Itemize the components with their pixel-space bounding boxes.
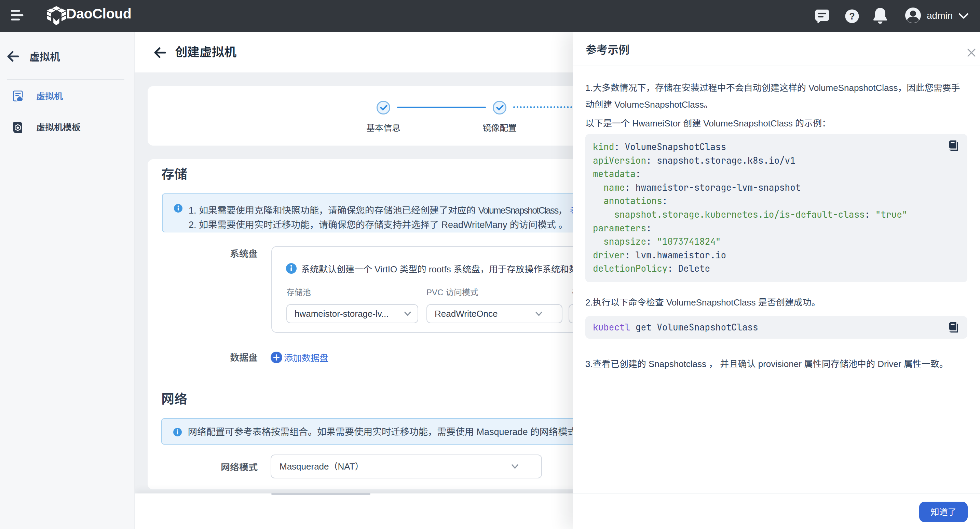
svg-text:?: ? — [849, 11, 855, 21]
